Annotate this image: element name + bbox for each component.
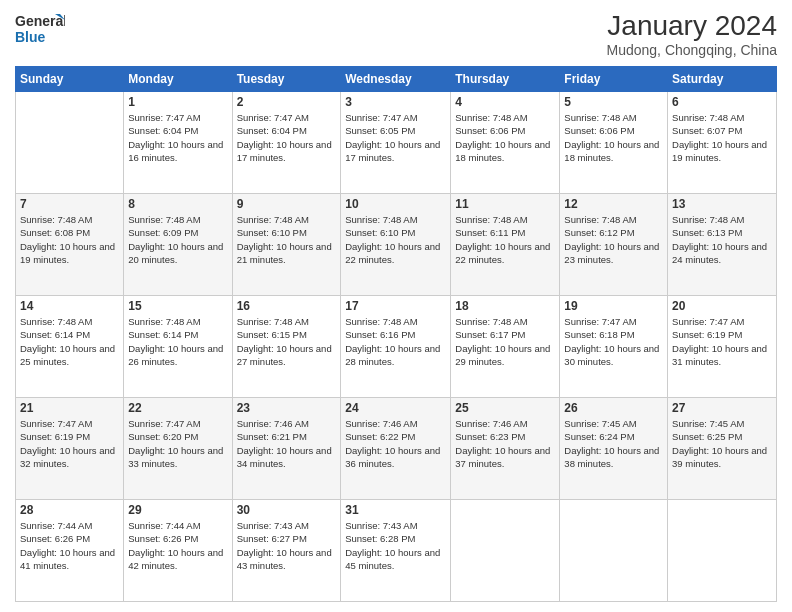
day-number: 2 xyxy=(237,95,337,109)
header: General Blue January 2024 Mudong, Chongq… xyxy=(15,10,777,58)
table-cell: 14 Sunrise: 7:48 AMSunset: 6:14 PMDaylig… xyxy=(16,296,124,398)
table-cell: 15 Sunrise: 7:48 AMSunset: 6:14 PMDaylig… xyxy=(124,296,232,398)
day-detail: Sunrise: 7:47 AMSunset: 6:04 PMDaylight:… xyxy=(128,111,227,164)
week-row-2: 7 Sunrise: 7:48 AMSunset: 6:08 PMDayligh… xyxy=(16,194,777,296)
table-cell: 28 Sunrise: 7:44 AMSunset: 6:26 PMDaylig… xyxy=(16,500,124,602)
col-sunday: Sunday xyxy=(16,67,124,92)
week-row-4: 21 Sunrise: 7:47 AMSunset: 6:19 PMDaylig… xyxy=(16,398,777,500)
table-cell xyxy=(16,92,124,194)
table-cell: 10 Sunrise: 7:48 AMSunset: 6:10 PMDaylig… xyxy=(341,194,451,296)
day-detail: Sunrise: 7:48 AMSunset: 6:15 PMDaylight:… xyxy=(237,315,337,368)
col-friday: Friday xyxy=(560,67,668,92)
week-row-1: 1 Sunrise: 7:47 AMSunset: 6:04 PMDayligh… xyxy=(16,92,777,194)
day-number: 28 xyxy=(20,503,119,517)
table-cell: 5 Sunrise: 7:48 AMSunset: 6:06 PMDayligh… xyxy=(560,92,668,194)
day-number: 7 xyxy=(20,197,119,211)
col-wednesday: Wednesday xyxy=(341,67,451,92)
day-detail: Sunrise: 7:47 AMSunset: 6:05 PMDaylight:… xyxy=(345,111,446,164)
table-cell: 18 Sunrise: 7:48 AMSunset: 6:17 PMDaylig… xyxy=(451,296,560,398)
table-cell: 13 Sunrise: 7:48 AMSunset: 6:13 PMDaylig… xyxy=(668,194,777,296)
day-detail: Sunrise: 7:48 AMSunset: 6:10 PMDaylight:… xyxy=(345,213,446,266)
day-detail: Sunrise: 7:48 AMSunset: 6:16 PMDaylight:… xyxy=(345,315,446,368)
table-cell xyxy=(668,500,777,602)
table-cell: 7 Sunrise: 7:48 AMSunset: 6:08 PMDayligh… xyxy=(16,194,124,296)
day-number: 30 xyxy=(237,503,337,517)
day-detail: Sunrise: 7:48 AMSunset: 6:09 PMDaylight:… xyxy=(128,213,227,266)
day-number: 5 xyxy=(564,95,663,109)
day-detail: Sunrise: 7:47 AMSunset: 6:20 PMDaylight:… xyxy=(128,417,227,470)
week-row-3: 14 Sunrise: 7:48 AMSunset: 6:14 PMDaylig… xyxy=(16,296,777,398)
day-number: 8 xyxy=(128,197,227,211)
table-cell: 26 Sunrise: 7:45 AMSunset: 6:24 PMDaylig… xyxy=(560,398,668,500)
day-number: 17 xyxy=(345,299,446,313)
day-number: 25 xyxy=(455,401,555,415)
day-detail: Sunrise: 7:47 AMSunset: 6:19 PMDaylight:… xyxy=(20,417,119,470)
table-cell: 1 Sunrise: 7:47 AMSunset: 6:04 PMDayligh… xyxy=(124,92,232,194)
day-detail: Sunrise: 7:48 AMSunset: 6:13 PMDaylight:… xyxy=(672,213,772,266)
day-detail: Sunrise: 7:48 AMSunset: 6:07 PMDaylight:… xyxy=(672,111,772,164)
table-cell: 20 Sunrise: 7:47 AMSunset: 6:19 PMDaylig… xyxy=(668,296,777,398)
day-detail: Sunrise: 7:44 AMSunset: 6:26 PMDaylight:… xyxy=(20,519,119,572)
table-cell: 6 Sunrise: 7:48 AMSunset: 6:07 PMDayligh… xyxy=(668,92,777,194)
day-number: 9 xyxy=(237,197,337,211)
day-number: 4 xyxy=(455,95,555,109)
day-detail: Sunrise: 7:47 AMSunset: 6:19 PMDaylight:… xyxy=(672,315,772,368)
calendar-table: Sunday Monday Tuesday Wednesday Thursday… xyxy=(15,66,777,602)
day-number: 1 xyxy=(128,95,227,109)
day-detail: Sunrise: 7:48 AMSunset: 6:17 PMDaylight:… xyxy=(455,315,555,368)
day-number: 20 xyxy=(672,299,772,313)
day-number: 27 xyxy=(672,401,772,415)
day-detail: Sunrise: 7:47 AMSunset: 6:18 PMDaylight:… xyxy=(564,315,663,368)
col-tuesday: Tuesday xyxy=(232,67,341,92)
day-detail: Sunrise: 7:46 AMSunset: 6:22 PMDaylight:… xyxy=(345,417,446,470)
month-title: January 2024 xyxy=(607,10,777,42)
day-number: 26 xyxy=(564,401,663,415)
day-detail: Sunrise: 7:48 AMSunset: 6:14 PMDaylight:… xyxy=(128,315,227,368)
logo: General Blue xyxy=(15,10,65,50)
day-number: 10 xyxy=(345,197,446,211)
table-cell: 25 Sunrise: 7:46 AMSunset: 6:23 PMDaylig… xyxy=(451,398,560,500)
day-detail: Sunrise: 7:48 AMSunset: 6:12 PMDaylight:… xyxy=(564,213,663,266)
logo-svg: General Blue xyxy=(15,10,65,50)
table-cell: 31 Sunrise: 7:43 AMSunset: 6:28 PMDaylig… xyxy=(341,500,451,602)
day-detail: Sunrise: 7:43 AMSunset: 6:28 PMDaylight:… xyxy=(345,519,446,572)
table-cell: 21 Sunrise: 7:47 AMSunset: 6:19 PMDaylig… xyxy=(16,398,124,500)
day-number: 16 xyxy=(237,299,337,313)
day-number: 14 xyxy=(20,299,119,313)
day-detail: Sunrise: 7:43 AMSunset: 6:27 PMDaylight:… xyxy=(237,519,337,572)
table-cell: 23 Sunrise: 7:46 AMSunset: 6:21 PMDaylig… xyxy=(232,398,341,500)
day-number: 23 xyxy=(237,401,337,415)
table-cell: 2 Sunrise: 7:47 AMSunset: 6:04 PMDayligh… xyxy=(232,92,341,194)
day-detail: Sunrise: 7:45 AMSunset: 6:25 PMDaylight:… xyxy=(672,417,772,470)
day-detail: Sunrise: 7:47 AMSunset: 6:04 PMDaylight:… xyxy=(237,111,337,164)
table-cell: 27 Sunrise: 7:45 AMSunset: 6:25 PMDaylig… xyxy=(668,398,777,500)
col-monday: Monday xyxy=(124,67,232,92)
day-number: 12 xyxy=(564,197,663,211)
day-number: 6 xyxy=(672,95,772,109)
col-thursday: Thursday xyxy=(451,67,560,92)
day-number: 29 xyxy=(128,503,227,517)
table-cell: 3 Sunrise: 7:47 AMSunset: 6:05 PMDayligh… xyxy=(341,92,451,194)
location: Mudong, Chongqing, China xyxy=(607,42,777,58)
table-cell xyxy=(560,500,668,602)
day-number: 21 xyxy=(20,401,119,415)
day-detail: Sunrise: 7:48 AMSunset: 6:08 PMDaylight:… xyxy=(20,213,119,266)
title-section: January 2024 Mudong, Chongqing, China xyxy=(607,10,777,58)
table-cell: 17 Sunrise: 7:48 AMSunset: 6:16 PMDaylig… xyxy=(341,296,451,398)
header-row: Sunday Monday Tuesday Wednesday Thursday… xyxy=(16,67,777,92)
day-detail: Sunrise: 7:48 AMSunset: 6:11 PMDaylight:… xyxy=(455,213,555,266)
table-cell: 30 Sunrise: 7:43 AMSunset: 6:27 PMDaylig… xyxy=(232,500,341,602)
table-cell: 12 Sunrise: 7:48 AMSunset: 6:12 PMDaylig… xyxy=(560,194,668,296)
table-cell: 24 Sunrise: 7:46 AMSunset: 6:22 PMDaylig… xyxy=(341,398,451,500)
table-cell: 11 Sunrise: 7:48 AMSunset: 6:11 PMDaylig… xyxy=(451,194,560,296)
day-number: 19 xyxy=(564,299,663,313)
day-number: 18 xyxy=(455,299,555,313)
week-row-5: 28 Sunrise: 7:44 AMSunset: 6:26 PMDaylig… xyxy=(16,500,777,602)
day-number: 15 xyxy=(128,299,227,313)
table-cell xyxy=(451,500,560,602)
svg-text:Blue: Blue xyxy=(15,29,46,45)
page: General Blue January 2024 Mudong, Chongq… xyxy=(0,0,792,612)
day-number: 22 xyxy=(128,401,227,415)
table-cell: 16 Sunrise: 7:48 AMSunset: 6:15 PMDaylig… xyxy=(232,296,341,398)
day-detail: Sunrise: 7:48 AMSunset: 6:14 PMDaylight:… xyxy=(20,315,119,368)
